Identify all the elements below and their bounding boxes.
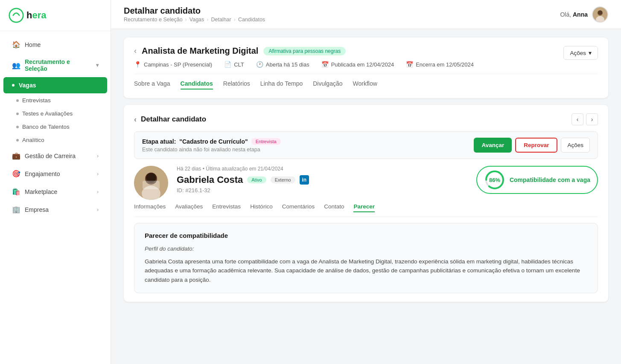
breadcrumb-item[interactable]: Recrutamento e Seleção (124, 17, 183, 23)
calendar-icon: 📅 (406, 61, 413, 68)
sidebar-item-label: Empresa (25, 206, 49, 213)
breadcrumb-separator: › (234, 17, 236, 23)
breadcrumb-item[interactable]: Candidatos (238, 17, 265, 23)
svg-rect-10 (143, 181, 160, 189)
back-button-candidate[interactable]: ‹ (134, 115, 137, 124)
job-actions-button[interactable]: Ações ▾ (563, 46, 598, 60)
tab-divulgacao[interactable]: Divulgação (313, 80, 342, 90)
section-title: ‹ Detalhar candidato (134, 115, 206, 124)
target-icon: 🎯 (12, 170, 20, 178)
svg-point-0 (9, 9, 23, 22)
compatibility-label: Compatibilidade com a vaga (510, 176, 590, 183)
candidate-sub-tabs: Informações Avaliações Entrevistas Histó… (134, 203, 598, 217)
compatibility-widget: 86% Compatibilidade com a vaga (476, 166, 598, 194)
location-icon: 📍 (134, 61, 141, 68)
building-icon: 🏢 (12, 205, 20, 214)
top-header: Detalhar candidato Recrutamento e Seleçã… (111, 0, 621, 29)
subtab-historico[interactable]: Histórico (250, 203, 273, 212)
sidebar: hera 🏠 Home 👥 Recrutamento e Seleção ▾ V… (0, 0, 111, 364)
sidebar-item-label: Engajamento (25, 170, 60, 177)
sidebar-item-label: Recrutamento e Seleção (25, 58, 92, 72)
page-title-area: Detalhar candidato Recrutamento e Seleçã… (124, 6, 265, 23)
user-greeting: Olá, Anna (560, 11, 588, 18)
status-badge: Ativo (247, 176, 266, 183)
tab-candidatos[interactable]: Candidatos (181, 80, 213, 90)
job-meta: 📍 Campinas - SP (Presencial) 📄 CLT 🕐 Abe… (134, 61, 563, 68)
advance-button[interactable]: Avançar (474, 138, 512, 153)
bullet-icon (16, 99, 19, 102)
nav-arrows: ‹ › (571, 113, 598, 125)
open-since-meta: 🕐 Aberta há 15 dias (256, 61, 309, 68)
tab-workflow[interactable]: Workflow (353, 80, 377, 90)
breadcrumb-item[interactable]: Detalhar (211, 17, 231, 23)
user-area: Olá, Anna (560, 6, 608, 23)
stage-actions-button[interactable]: Ações (561, 138, 590, 153)
candidate-meta-top: Há 22 dias • Última atualização em 21/04… (177, 166, 468, 172)
job-contract: CLT (234, 61, 244, 68)
sidebar-item-empresa[interactable]: 🏢 Empresa › (3, 201, 107, 218)
linkedin-icon[interactable]: in (300, 175, 309, 185)
sidebar-item-engajamento[interactable]: 🎯 Engajamento › (3, 165, 107, 182)
breadcrumb-item[interactable]: Vagas (190, 17, 204, 23)
breadcrumb: Recrutamento e Seleção › Vagas › Detalha… (124, 17, 265, 23)
avatar[interactable] (592, 6, 608, 23)
sidebar-item-analitico[interactable]: Analítico (0, 133, 111, 147)
candidate-id: ID: #216.1-32 (177, 187, 468, 194)
tab-sobre[interactable]: Sobre a Vaga (134, 80, 170, 90)
profile-label: Perfil do candidato: (145, 244, 587, 254)
sidebar-item-vagas[interactable]: Vagas (3, 77, 107, 93)
sidebar-item-marketplace[interactable]: 🛍️ Marketplace › (3, 183, 107, 200)
svg-point-4 (598, 10, 603, 15)
sidebar-nav: 🏠 Home 👥 Recrutamento e Seleção ▾ Vagas … (0, 31, 111, 223)
next-candidate-button[interactable]: › (586, 113, 598, 125)
candidate-profile: Há 22 dias • Última atualização em 21/04… (134, 166, 598, 200)
subtab-parecer[interactable]: Parecer (353, 203, 375, 212)
subtab-entrevistas[interactable]: Entrevistas (212, 203, 241, 212)
job-info: ‹ Analista de Marketing Digital Afirmati… (134, 46, 563, 68)
job-title-row: ‹ Analista de Marketing Digital Afirmati… (134, 46, 563, 56)
subtab-contato[interactable]: Contato (324, 203, 344, 212)
prev-candidate-button[interactable]: ‹ (571, 113, 583, 125)
user-name: Anna (573, 11, 588, 18)
sidebar-item-label: Home (25, 41, 41, 48)
sidebar-item-banco[interactable]: Banco de Talentos (0, 120, 111, 133)
job-header: ‹ Analista de Marketing Digital Afirmati… (134, 46, 598, 68)
candidate-name-row: Gabriela Costa Ativo Externo in (177, 174, 468, 185)
sidebar-item-testes[interactable]: Testes e Avaliações (0, 107, 111, 120)
parecer-title: Parecer de compatibilidade (145, 232, 587, 239)
reject-button[interactable]: Reprovar (515, 138, 557, 153)
contract-meta: 📄 CLT (224, 61, 244, 68)
job-published: Publicada em 12/04/2024 (331, 61, 394, 68)
closes-meta: 📅 Encerra em 12/05/2024 (406, 61, 474, 68)
sidebar-item-label: Analítico (22, 137, 44, 143)
job-tabs: Sobre a Vaga Candidatos Relatórios Linha… (134, 74, 598, 90)
subtab-avaliacoes[interactable]: Avaliações (175, 203, 203, 212)
published-meta: 📅 Publicada em 12/04/2024 (321, 61, 394, 68)
subtab-comentarios[interactable]: Comentários (282, 203, 315, 212)
logo: hera (0, 0, 111, 31)
candidate-info: Há 22 dias • Última atualização em 21/04… (177, 166, 468, 194)
back-button[interactable]: ‹ (134, 46, 137, 55)
sidebar-item-label: Entrevistas (22, 97, 51, 104)
sidebar-item-home[interactable]: 🏠 Home (3, 36, 107, 53)
logo-text: hera (26, 10, 47, 21)
bullet-icon (12, 84, 15, 87)
tab-relatorios[interactable]: Relatórios (223, 80, 250, 90)
breadcrumb-separator: › (207, 17, 208, 23)
external-badge: Externo (271, 176, 295, 183)
chevron-right-icon: › (97, 189, 99, 195)
sidebar-item-gestao[interactable]: 💼 Gestão de Carreira › (3, 147, 107, 165)
affirmative-badge: Afirmativa para pessoas negras (263, 47, 346, 55)
sidebar-item-label: Gestão de Carreira (25, 153, 76, 159)
subtab-informacoes[interactable]: Informações (134, 203, 166, 212)
tab-linha[interactable]: Linha do Tempo (260, 80, 303, 90)
briefcase-icon: 💼 (12, 152, 20, 160)
shop-icon: 🛍️ (12, 188, 20, 196)
section-title-text: Detalhar candidato (141, 115, 206, 124)
main-area: Detalhar candidato Recrutamento e Seleçã… (111, 0, 621, 364)
parecer-card: Parecer de compatibilidade Perfil do can… (134, 223, 598, 293)
stage-bar: Etapa atual: "Cadastro de Currículo" Ent… (134, 131, 598, 159)
sidebar-item-recrutamento[interactable]: 👥 Recrutamento e Seleção ▾ (3, 54, 107, 77)
sidebar-item-entrevistas[interactable]: Entrevistas (0, 94, 111, 107)
bullet-icon (16, 126, 19, 128)
